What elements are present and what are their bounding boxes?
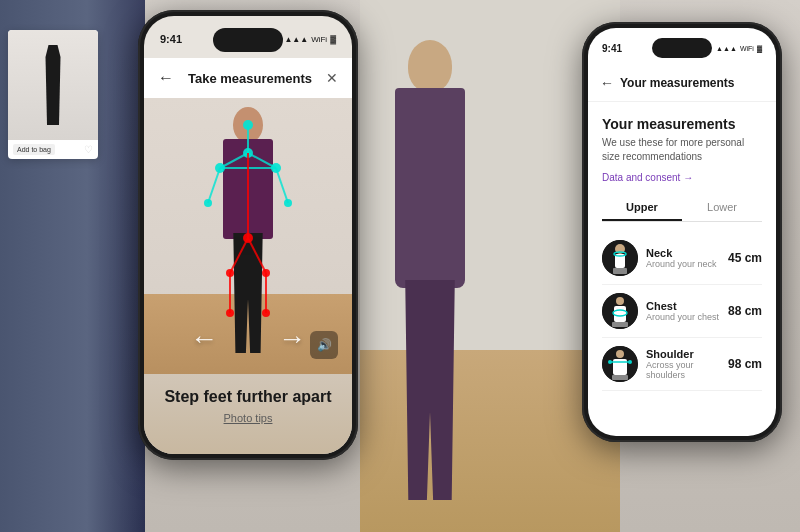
phone-shell-right: 9:41 ▲▲▲ WiFi ▓ ← Your measurements Your…	[582, 22, 782, 442]
sound-button[interactable]: 🔊	[310, 331, 338, 359]
neck-label: Neck	[646, 247, 720, 259]
nav-title-left: Take measurements	[188, 71, 312, 86]
svg-rect-31	[612, 322, 628, 327]
shoulder-info: Shoulder Across your shoulders	[646, 348, 720, 380]
fashion-product-card[interactable]: Add to bag ♡	[8, 30, 98, 159]
status-time-right: 9:41	[602, 43, 622, 54]
status-icons-left: ▲▲▲ WiFi ▓	[284, 35, 336, 44]
camera-view: ← → 🔊 Step feet further apart Photo tips	[144, 98, 352, 454]
measurement-row-shoulder: Shoulder Across your shoulders 98 cm	[602, 338, 762, 391]
svg-line-14	[248, 153, 276, 168]
svg-line-19	[248, 238, 266, 273]
photo-tips-link[interactable]: Photo tips	[144, 412, 352, 424]
neck-desc: Around your neck	[646, 259, 720, 269]
model-head	[408, 40, 452, 92]
signal-icon: ▲▲▲	[284, 35, 308, 44]
neck-body-icon	[602, 240, 638, 276]
shoulder-desc: Across your shoulders	[646, 360, 720, 380]
neck-icon	[602, 240, 638, 276]
instruction-text: Step feet further apart	[144, 387, 352, 408]
status-icons-right: ▲▲▲ WiFi ▓	[716, 45, 762, 52]
shoulder-value: 98 cm	[728, 357, 762, 371]
measurements-heading: Your measurements	[602, 116, 762, 132]
measurements-subtext: We use these for more personal size reco…	[602, 136, 762, 164]
data-consent-link[interactable]: Data and consent →	[602, 172, 762, 183]
neck-info: Neck Around your neck	[646, 247, 720, 269]
chest-desc: Around your chest	[646, 312, 720, 322]
shoulder-label: Shoulder	[646, 348, 720, 360]
instruction-overlay: Step feet further apart Photo tips	[144, 387, 352, 424]
battery-icon: ▓	[330, 35, 336, 44]
shoulder-icon	[602, 346, 638, 382]
neck-value: 45 cm	[728, 251, 762, 265]
svg-rect-26	[613, 268, 627, 274]
scanning-phone: 9:41 ▲▲▲ WiFi ▓ ← Take measurements ✕	[138, 10, 358, 460]
arrow-left: ←	[190, 323, 218, 355]
signal-icon-right: ▲▲▲	[716, 45, 737, 52]
center-model	[330, 40, 530, 500]
sound-icon: 🔊	[317, 338, 332, 352]
tab-lower[interactable]: Lower	[682, 195, 762, 221]
svg-point-36	[608, 360, 612, 364]
svg-rect-29	[614, 306, 626, 322]
nav-title-right: Your measurements	[620, 76, 735, 90]
svg-line-18	[230, 238, 248, 273]
svg-line-13	[220, 153, 248, 168]
shoulder-body-icon	[602, 346, 638, 382]
svg-point-28	[616, 297, 624, 305]
card-footer: Add to bag ♡	[8, 140, 98, 159]
chest-icon	[602, 293, 638, 329]
dress-silhouette	[38, 45, 68, 125]
chest-label: Chest	[646, 300, 720, 312]
svg-line-15	[208, 168, 220, 203]
model-body	[330, 40, 530, 500]
add-to-bag-button[interactable]: Add to bag	[13, 144, 55, 155]
dynamic-island-right	[652, 38, 712, 58]
product-image	[8, 30, 98, 140]
phone-shell-left: 9:41 ▲▲▲ WiFi ▓ ← Take measurements ✕	[138, 10, 358, 460]
back-button-left[interactable]: ←	[158, 69, 174, 87]
close-button-left[interactable]: ✕	[326, 70, 338, 86]
svg-rect-38	[612, 375, 628, 380]
measurements-phone: 9:41 ▲▲▲ WiFi ▓ ← Your measurements Your…	[582, 22, 782, 442]
phone-screen-left: 9:41 ▲▲▲ WiFi ▓ ← Take measurements ✕	[144, 16, 352, 454]
measurement-row-neck: Neck Around your neck 45 cm	[602, 232, 762, 285]
wifi-icon-right: WiFi	[740, 45, 754, 52]
phone-screen-right: 9:41 ▲▲▲ WiFi ▓ ← Your measurements Your…	[588, 28, 776, 436]
measurement-tabs: Upper Lower	[602, 195, 762, 222]
measurements-content: Your measurements We use these for more …	[588, 102, 776, 436]
back-button-right[interactable]: ←	[600, 75, 614, 91]
chest-info: Chest Around your chest	[646, 300, 720, 322]
wifi-icon: WiFi	[311, 35, 327, 44]
svg-point-33	[616, 350, 624, 358]
battery-icon-right: ▓	[757, 45, 762, 52]
model-legs	[399, 280, 461, 500]
svg-point-37	[628, 360, 632, 364]
svg-line-16	[276, 168, 288, 203]
nav-bar-left: ← Take measurements ✕	[144, 58, 352, 98]
dynamic-island-left	[213, 28, 283, 52]
chest-body-icon	[602, 293, 638, 329]
model-torso	[395, 88, 465, 288]
tab-upper[interactable]: Upper	[602, 195, 682, 221]
status-time-left: 9:41	[160, 33, 182, 45]
wishlist-heart-icon[interactable]: ♡	[84, 144, 93, 155]
chest-value: 88 cm	[728, 304, 762, 318]
nav-bar-right: ← Your measurements	[588, 64, 776, 102]
arrow-right: →	[278, 323, 306, 355]
measurement-row-chest: Chest Around your chest 88 cm	[602, 285, 762, 338]
